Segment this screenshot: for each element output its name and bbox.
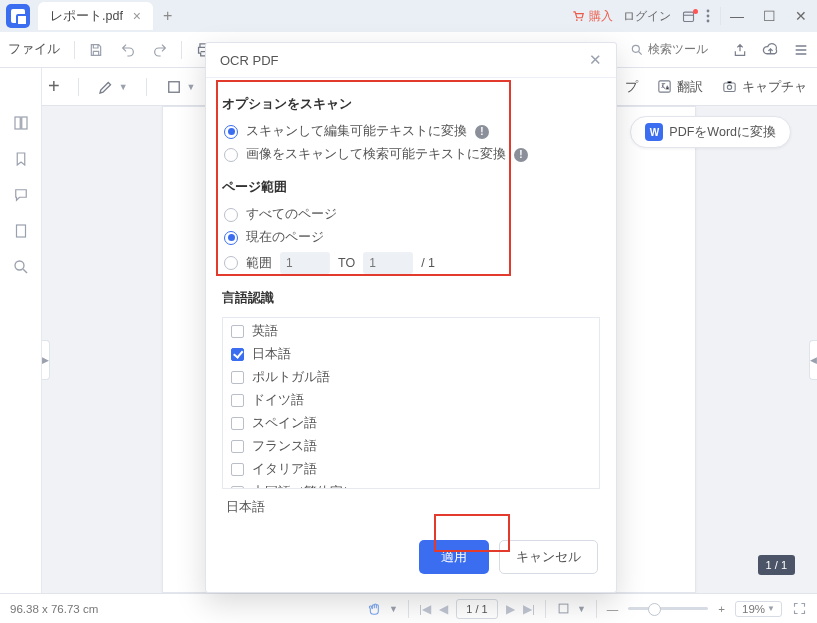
document-tab[interactable]: レポート.pdf ×	[38, 2, 153, 30]
translate-button[interactable]: 翻訳	[656, 78, 703, 96]
ocr-pdf-dialog: OCR PDF ✕ オプションをスキャン スキャンして編集可能テキストに変換 !…	[205, 42, 617, 593]
scan-options-heading: オプションをスキャン	[222, 96, 600, 113]
kebab-menu[interactable]	[706, 9, 710, 23]
titlebar: レポート.pdf × + 購入 ログイン — ☐ ✕	[0, 0, 817, 32]
range-from-input[interactable]	[280, 252, 330, 274]
dialog-title: OCR PDF	[220, 53, 279, 68]
search-panel-icon[interactable]	[12, 258, 30, 276]
checkbox-icon	[231, 417, 244, 430]
hamburger-icon[interactable]	[793, 42, 809, 58]
language-option[interactable]: イタリア語	[223, 458, 599, 481]
bookmark-icon[interactable]	[12, 150, 30, 168]
zoom-in-button[interactable]: +	[48, 75, 60, 98]
file-menu[interactable]: ファイル	[8, 41, 60, 58]
info-icon[interactable]: !	[514, 148, 528, 162]
redo-icon[interactable]	[149, 39, 171, 61]
svg-rect-11	[15, 117, 20, 129]
checkbox-icon	[231, 348, 244, 361]
svg-rect-15	[559, 604, 568, 613]
chevron-down-icon[interactable]: ▼	[389, 604, 398, 614]
range-all-pages[interactable]: すべてのページ	[224, 206, 600, 223]
svg-rect-9	[724, 83, 735, 92]
dialog-close-button[interactable]: ✕	[589, 51, 602, 69]
close-window-button[interactable]: ✕	[785, 2, 817, 30]
chevron-down-icon[interactable]: ▼	[577, 604, 586, 614]
checkbox-icon	[231, 463, 244, 476]
maximize-button[interactable]: ☐	[753, 2, 785, 30]
cancel-button[interactable]: キャンセル	[499, 540, 598, 574]
language-option[interactable]: 日本語	[223, 343, 599, 366]
radio-icon	[224, 208, 238, 222]
page-input[interactable]	[456, 599, 498, 619]
radio-icon	[224, 231, 238, 245]
minimize-button[interactable]: —	[721, 2, 753, 30]
left-sidebar	[0, 68, 42, 593]
range-to-input[interactable]	[363, 252, 413, 274]
close-tab-icon[interactable]: ×	[133, 8, 141, 24]
range-current-page[interactable]: 現在のページ	[224, 229, 600, 246]
prev-page-icon[interactable]: ◀	[439, 602, 448, 616]
zoom-in-icon[interactable]: +	[718, 603, 725, 615]
comment-icon[interactable]	[12, 186, 30, 204]
page-navigation: |◀ ◀ ▶ ▶|	[419, 599, 535, 619]
info-icon[interactable]: !	[475, 125, 489, 139]
purchase-link[interactable]: 購入	[571, 8, 613, 25]
save-icon[interactable]	[85, 39, 107, 61]
language-option[interactable]: フランス語	[223, 435, 599, 458]
apply-button[interactable]: 適用	[419, 540, 489, 574]
language-option[interactable]: 英語	[223, 320, 599, 343]
new-tab-button[interactable]: +	[163, 7, 172, 25]
zoom-out-icon[interactable]: —	[607, 603, 619, 615]
thumbnails-icon[interactable]	[12, 114, 30, 132]
notifications-button[interactable]	[681, 9, 696, 24]
attachment-icon[interactable]	[12, 222, 30, 240]
checkbox-icon	[231, 371, 244, 384]
undo-icon[interactable]	[117, 39, 139, 61]
search-tool-link[interactable]: 検索ツール	[630, 41, 708, 58]
fullscreen-icon[interactable]	[792, 601, 807, 616]
share-icon[interactable]	[732, 42, 748, 58]
expand-left-panel[interactable]: ▶	[42, 340, 50, 380]
next-page-icon[interactable]: ▶	[506, 602, 515, 616]
login-link[interactable]: ログイン	[623, 8, 671, 25]
app-logo	[6, 4, 30, 28]
language-option[interactable]: ポルトガル語	[223, 366, 599, 389]
radio-icon	[224, 256, 238, 270]
expand-right-panel[interactable]: ◀	[809, 340, 817, 380]
page-dimensions: 96.38 x 76.73 cm	[10, 603, 98, 615]
language-list[interactable]: 英語日本語ポルトガル語ドイツ語スペイン語フランス語イタリア語中国語（繁体字）	[222, 317, 600, 489]
zoom-slider[interactable]	[628, 607, 708, 610]
language-option[interactable]: スペイン語	[223, 412, 599, 435]
scan-option-editable[interactable]: スキャンして編集可能テキストに変換 !	[224, 123, 600, 140]
shape-tool[interactable]: ▼	[165, 78, 196, 96]
svg-rect-13	[16, 225, 25, 237]
last-page-icon[interactable]: ▶|	[523, 602, 535, 616]
cloud-icon[interactable]	[762, 41, 779, 58]
svg-point-4	[707, 15, 710, 18]
first-page-icon[interactable]: |◀	[419, 602, 431, 616]
hand-tool-icon[interactable]	[367, 601, 383, 617]
tab-item[interactable]: プ	[625, 78, 638, 96]
svg-rect-8	[659, 81, 670, 92]
convert-to-word-pill[interactable]: W PDFをWordに変換	[630, 116, 791, 148]
kebab-icon	[706, 9, 710, 23]
svg-point-5	[707, 20, 710, 23]
scan-option-searchable[interactable]: 画像をスキャンして検索可能テキストに変換 !	[224, 146, 600, 163]
range-custom[interactable]: 範囲 TO / 1	[224, 252, 600, 274]
svg-point-6	[632, 45, 639, 52]
camera-icon	[721, 78, 738, 95]
capture-button[interactable]: キャプチャ	[721, 78, 807, 96]
zoom-level[interactable]: 19% ▼	[735, 601, 782, 617]
svg-rect-12	[21, 117, 26, 129]
svg-point-0	[576, 19, 578, 21]
cart-icon	[571, 9, 585, 23]
selected-language-label: 日本語	[222, 489, 600, 520]
language-heading: 言語認識	[222, 290, 600, 307]
search-icon	[630, 43, 644, 57]
language-option[interactable]: ドイツ語	[223, 389, 599, 412]
fit-page-icon[interactable]	[556, 601, 571, 616]
language-option[interactable]: 中国語（繁体字）	[223, 481, 599, 489]
notification-dot	[693, 9, 698, 14]
highlighter-tool[interactable]: ▼	[97, 78, 128, 96]
page-indicator-chip: 1 / 1	[758, 555, 795, 575]
